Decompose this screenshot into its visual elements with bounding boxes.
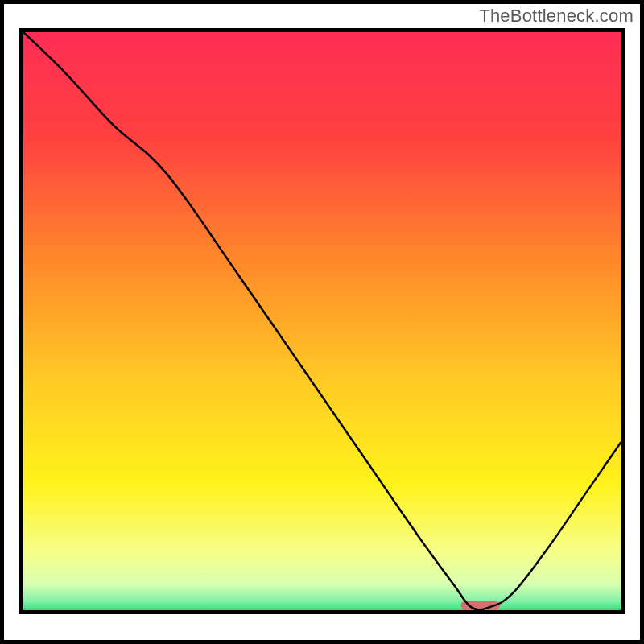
chart-inner-plot — [19, 28, 625, 614]
watermark-text: TheBottleneck.com — [479, 6, 634, 27]
gradient-background — [23, 32, 621, 610]
chart-svg — [23, 32, 621, 610]
chart-outer-frame: TheBottleneck.com — [0, 0, 644, 644]
